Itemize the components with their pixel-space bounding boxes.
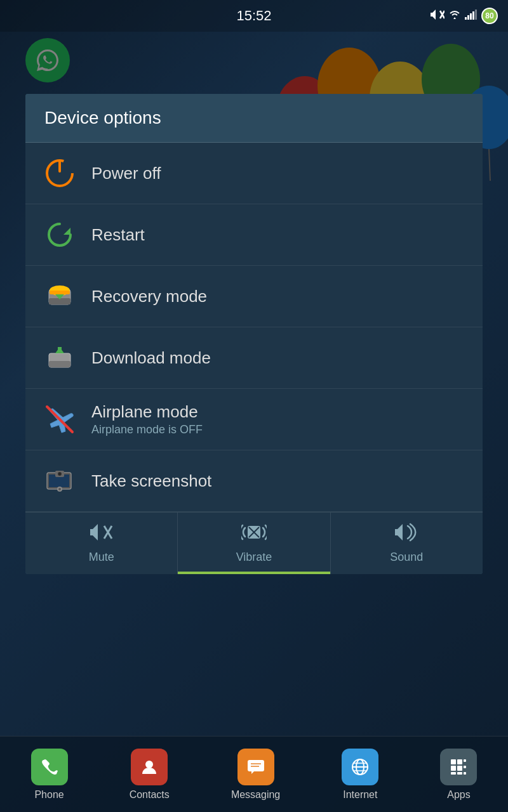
screenshot-icon [41, 462, 79, 500]
recovery-label: Recovery mode [91, 287, 207, 306]
dock-apps-label: Apps [447, 789, 470, 801]
menu-item-recovery[interactable]: Recovery mode [25, 266, 483, 327]
download-icon [41, 339, 79, 377]
svg-rect-20 [475, 10, 477, 20]
svg-rect-55 [451, 759, 456, 764]
airplane-icon [41, 400, 79, 438]
status-icons: 80 [431, 8, 498, 24]
airplane-sublabel: Airplane mode is OFF [91, 423, 203, 436]
dock-internet-label: Internet [343, 789, 377, 801]
download-label: Download mode [91, 348, 211, 368]
mute-status-icon [431, 9, 444, 23]
menu-item-airplane[interactable]: Airplane mode Airplane mode is OFF [25, 389, 483, 450]
signal-status-icon [465, 10, 478, 22]
power-off-icon [41, 154, 79, 192]
sound-mode-mute[interactable]: Mute [25, 513, 178, 574]
recovery-content: Recovery mode [91, 287, 207, 306]
svg-rect-47 [248, 760, 264, 771]
svg-rect-16 [465, 17, 467, 20]
vibrate-icon [241, 523, 267, 547]
dock-item-contacts[interactable]: Contacts [130, 749, 170, 801]
status-time: 15:52 [236, 8, 271, 24]
dock-contacts-icon [131, 749, 168, 785]
svg-rect-58 [451, 766, 456, 771]
svg-point-37 [58, 488, 61, 490]
svg-rect-59 [457, 766, 462, 771]
battery-level: 80 [481, 8, 498, 24]
svg-point-46 [145, 761, 153, 768]
download-content: Download mode [91, 348, 211, 368]
svg-rect-18 [470, 13, 472, 20]
svg-rect-61 [451, 772, 456, 775]
svg-rect-19 [472, 11, 474, 20]
screenshot-content: Take screenshot [91, 471, 211, 491]
menu-item-restart[interactable]: Restart [25, 204, 483, 266]
airplane-content: Airplane mode Airplane mode is OFF [91, 402, 203, 436]
dock-phone-label: Phone [34, 789, 64, 801]
vibrate-label: Vibrate [236, 551, 272, 564]
dock-item-phone[interactable]: Phone [31, 749, 68, 801]
screenshot-label: Take screenshot [91, 471, 211, 491]
status-bar: 15:52 [0, 0, 508, 32]
sound-mode-vibrate[interactable]: Vibrate [178, 513, 330, 574]
sound-icon [395, 523, 418, 547]
svg-rect-57 [464, 759, 466, 762]
svg-rect-30 [49, 361, 70, 367]
menu-item-screenshot[interactable]: Take screenshot [25, 450, 483, 512]
sound-label: Sound [390, 551, 423, 564]
dialog-title: Device options [25, 94, 483, 143]
dock-item-messaging[interactable]: Messaging [231, 749, 280, 801]
svg-rect-32 [58, 347, 62, 353]
svg-marker-23 [64, 228, 70, 235]
device-options-dialog: Device options Power off [25, 94, 483, 574]
svg-rect-56 [457, 759, 462, 764]
power-off-label: Power off [91, 164, 161, 183]
svg-rect-60 [464, 766, 466, 768]
dock-item-internet[interactable]: Internet [342, 749, 378, 801]
airplane-label: Airplane mode [91, 402, 203, 422]
dock-contacts-label: Contacts [130, 789, 170, 801]
menu-items-list: Power off Restart [25, 143, 483, 512]
svg-rect-62 [457, 772, 462, 775]
dock-messaging-label: Messaging [231, 789, 280, 801]
restart-icon [41, 216, 79, 254]
menu-item-download[interactable]: Download mode [25, 327, 483, 389]
wifi-status-icon [448, 10, 461, 22]
menu-item-power-off[interactable]: Power off [25, 143, 483, 204]
restart-label: Restart [91, 225, 145, 245]
svg-rect-27 [50, 291, 70, 294]
svg-rect-63 [464, 772, 466, 775]
restart-content: Restart [91, 225, 145, 245]
dock-phone-icon [31, 749, 68, 785]
dock-item-apps[interactable]: Apps [440, 749, 477, 801]
svg-point-40 [59, 473, 61, 475]
dock-apps-icon [440, 749, 477, 785]
dock-internet-icon [342, 749, 378, 785]
mute-label: Mute [89, 551, 114, 564]
recovery-icon [41, 277, 79, 315]
power-off-content: Power off [91, 164, 161, 183]
sound-mode-bar: Mute Vibrate [25, 512, 483, 574]
dock-messaging-icon [237, 749, 274, 785]
svg-rect-17 [467, 15, 469, 20]
mute-icon [90, 523, 113, 547]
dock: Phone Contacts Messaging [0, 736, 508, 812]
sound-mode-sound[interactable]: Sound [331, 513, 483, 574]
